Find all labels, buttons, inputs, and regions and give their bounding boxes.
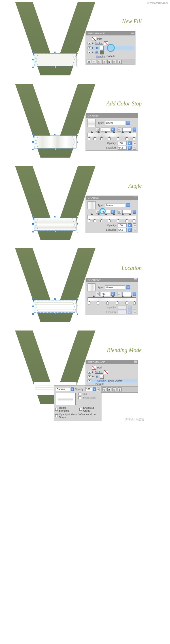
panel-menu-icon[interactable] (134, 114, 137, 116)
panel-header[interactable]: GRADIENT (86, 196, 138, 200)
visibility-icon[interactable] (88, 46, 91, 49)
gradient-thumbnail[interactable] (88, 283, 95, 291)
opacity-stepper[interactable]: ▸ (93, 387, 96, 391)
fill-label[interactable]: Fill: (95, 51, 99, 54)
panel-header[interactable]: APPEARANCE (86, 31, 135, 35)
gradient-thumbnail[interactable] (88, 119, 95, 127)
gradient-stop[interactable] (97, 302, 99, 304)
fill-swatch[interactable] (100, 46, 104, 50)
gradient-stop[interactable] (94, 220, 96, 222)
footer-new-icon[interactable]: ▤ (112, 60, 116, 64)
fill-row-expanded[interactable]: Fill: (87, 374, 137, 379)
fill-swatch-green[interactable] (100, 50, 104, 54)
gradient-bar[interactable] (88, 215, 136, 219)
location-field[interactable] (118, 146, 127, 150)
gradient-stop[interactable] (126, 302, 128, 304)
type-select[interactable] (105, 121, 125, 125)
type-select[interactable] (105, 285, 125, 289)
band-selection[interactable] (34, 218, 76, 231)
gradient-stop[interactable] (117, 220, 119, 222)
panel-menu-icon[interactable] (134, 361, 137, 363)
band-selection[interactable] (34, 135, 76, 149)
opacity-stepper[interactable]: ▸ (128, 223, 132, 227)
panel-menu-icon[interactable] (131, 32, 134, 34)
panel-header[interactable]: GRADIENT (86, 114, 138, 118)
gradient-bar[interactable] (88, 297, 136, 301)
stroke-label[interactable]: Stroke: (95, 42, 103, 45)
band-selection[interactable] (34, 53, 76, 66)
footer-icon[interactable]: ◐ (102, 60, 106, 64)
stroke-swatch[interactable] (104, 370, 108, 374)
opacity-field[interactable] (85, 387, 92, 391)
fill-swatch-gradient[interactable] (100, 375, 104, 379)
gradient-thumbnail[interactable] (88, 201, 95, 209)
gradient-stop[interactable] (133, 302, 136, 304)
opacity-stepper[interactable]: ▸ (128, 141, 132, 145)
visibility-icon[interactable] (88, 42, 91, 45)
opacity-field[interactable] (118, 141, 127, 145)
footer-icon[interactable]: ▣ (107, 60, 111, 64)
gradient-stop[interactable] (108, 137, 110, 140)
expand-icon[interactable] (92, 47, 94, 49)
gradient-stop[interactable] (94, 137, 96, 140)
gradient-stop[interactable] (100, 137, 103, 140)
gradient-stop[interactable] (117, 137, 119, 140)
type-dropdown-button[interactable]: ▾ (126, 203, 130, 207)
fill-label[interactable]: Fill: (95, 375, 99, 378)
location-stepper[interactable]: ▸ (128, 146, 132, 150)
opacity-label[interactable]: Opacity: (96, 55, 105, 58)
stroke-label[interactable]: Stroke: (95, 371, 103, 374)
footer-icon[interactable]: ◐ (102, 387, 106, 391)
opacity-row[interactable]: Opacity: Default (87, 55, 134, 58)
footer-icon[interactable]: ▣ (107, 387, 111, 391)
stroke-swatch[interactable] (104, 41, 108, 45)
blend-mode-dropdown[interactable]: ▾ (71, 387, 74, 391)
panel-menu-icon[interactable] (134, 278, 137, 281)
clip-checkbox[interactable]: Clip (78, 393, 96, 395)
gradient-stop[interactable] (116, 302, 118, 304)
aspect-stepper[interactable]: ▸ (133, 128, 136, 132)
footer-icon[interactable]: ▦ (87, 60, 91, 64)
footer-icon[interactable]: ▢ (92, 60, 96, 64)
isolate-blending-checkbox[interactable]: Isolate Blending Knockout Group (55, 406, 100, 412)
gradient-bar[interactable] (88, 133, 136, 137)
blend-mode-select[interactable] (56, 387, 70, 391)
gradient-stop[interactable] (88, 302, 90, 304)
footer-trash-icon[interactable]: 🗑 (118, 60, 122, 64)
opacity-label[interactable]: Opacity: (97, 379, 107, 382)
expand-icon[interactable] (92, 42, 94, 45)
invert-mask-checkbox[interactable]: Invert Mask (78, 396, 96, 399)
gradient-stop[interactable] (108, 220, 110, 222)
panel-header[interactable]: APPEARANCE (86, 360, 138, 364)
mask-define-checkbox[interactable]: Opacity & Mask Define Knockout Shape (55, 413, 100, 419)
gradient-stop[interactable] (88, 220, 90, 222)
stroke-row[interactable]: Stroke: (87, 370, 137, 374)
footer-new-icon[interactable]: ▤ (112, 387, 116, 391)
fill-label[interactable]: Fill: (95, 46, 99, 49)
band-selection[interactable] (34, 300, 76, 313)
visibility-icon[interactable] (88, 51, 91, 54)
location-field[interactable] (118, 228, 127, 232)
gradient-stop[interactable] (126, 220, 128, 222)
type-dropdown-button[interactable]: ▾ (126, 121, 130, 125)
type-value[interactable] (105, 122, 121, 124)
expand-icon[interactable] (92, 51, 94, 54)
footer-trash-icon[interactable]: 🗑 (118, 387, 122, 391)
panel-menu-icon[interactable] (134, 196, 137, 198)
opacity-field[interactable] (118, 223, 127, 227)
type-select[interactable] (105, 203, 125, 207)
type-dropdown-button[interactable]: ▾ (126, 285, 130, 289)
gradient-stop[interactable] (133, 137, 135, 140)
aspect-stepper[interactable]: ▸ (133, 210, 136, 214)
type-value[interactable] (105, 204, 121, 207)
gradient-stop[interactable] (88, 137, 90, 140)
location-stepper[interactable]: ▸ (128, 228, 132, 232)
gradient-stop[interactable] (100, 220, 103, 222)
type-value[interactable] (105, 286, 121, 289)
footer-fx-icon[interactable]: fx (97, 60, 101, 64)
gradient-stop[interactable] (133, 220, 135, 222)
gradient-stop[interactable] (126, 137, 128, 140)
fill-row-selected[interactable]: Fill: (87, 46, 134, 50)
opacity-row-selected[interactable]: Opacity: 100% Darken (87, 379, 137, 382)
panel-header[interactable]: GRADIENT (86, 278, 138, 282)
